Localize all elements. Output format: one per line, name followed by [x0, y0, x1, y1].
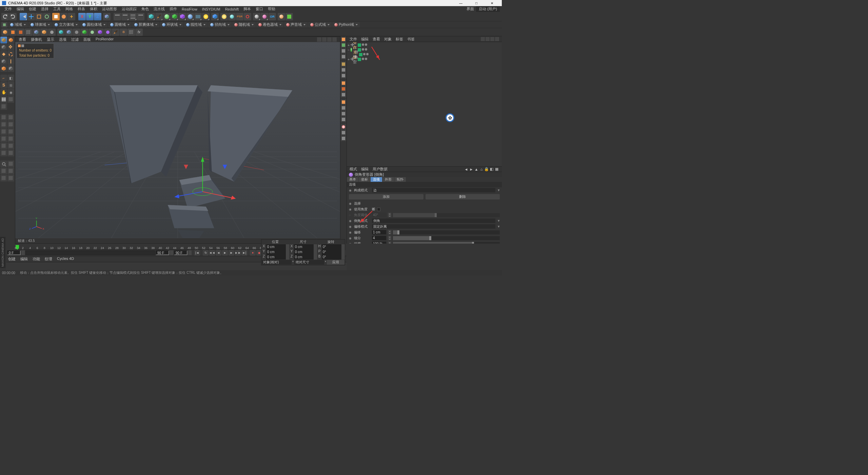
t3-7[interactable] — [48, 28, 56, 36]
t3-13[interactable] — [96, 28, 104, 36]
minimize-button[interactable]: — — [453, 0, 469, 6]
field-圆柱体域[interactable]: 圆柱体域 — [80, 22, 107, 27]
snap-b[interactable]: ◧ — [7, 75, 14, 81]
y-axis-lock[interactable]: Y — [86, 13, 94, 20]
rs-15[interactable] — [341, 124, 346, 130]
m1[interactable] — [0, 160, 7, 167]
coord-system[interactable] — [103, 13, 111, 20]
vp-menu-显示[interactable]: 显示 — [47, 37, 54, 42]
vp-menu-面板[interactable]: 面板 — [83, 37, 91, 42]
rs-4[interactable] — [341, 54, 346, 59]
vp-menu-过滤[interactable]: 过滤 — [71, 37, 79, 42]
spinner-subdiv[interactable]: ▴▾ — [388, 236, 391, 240]
keyframe-button[interactable] — [244, 13, 251, 20]
g12[interactable] — [7, 150, 14, 156]
step-fwd[interactable]: ► — [229, 250, 234, 256]
spinner-offset[interactable]: ▴▾ — [388, 230, 391, 234]
t3-12[interactable] — [88, 28, 96, 36]
end-frame-input[interactable] — [156, 250, 169, 255]
objmgr-menu-对象[interactable]: 对象 — [384, 37, 392, 42]
or-button[interactable]: OR — [269, 13, 276, 20]
end-frame-2[interactable] — [174, 250, 188, 255]
menu-样条[interactable]: 样条 — [75, 6, 87, 12]
scale-tool[interactable] — [35, 13, 43, 20]
obj-row-空白[interactable]: +空白 — [348, 43, 501, 48]
menu-创建[interactable]: 创建 — [26, 6, 39, 12]
volume-object[interactable] — [211, 13, 219, 20]
field-圆锥域[interactable]: 圆锥域 — [108, 22, 132, 27]
loop-toggle[interactable]: ↻ — [203, 250, 209, 256]
fields-icon-button[interactable] — [1, 22, 7, 27]
t3-17[interactable] — [127, 28, 135, 36]
m4[interactable] — [7, 168, 14, 174]
menu-运动跟踪[interactable]: 运动跟踪 — [119, 6, 139, 12]
menu-体积[interactable]: 体积 — [87, 6, 100, 12]
attr-tab-选项[interactable]: 选项 — [371, 177, 382, 182]
attr-layout[interactable]: ▦ — [494, 167, 499, 171]
obj-row-布尔克隆[interactable]: −布尔克隆 — [348, 48, 501, 52]
attr-tab-拓扑[interactable]: 拓扑 — [394, 177, 406, 182]
step-back[interactable]: ◄ — [216, 250, 221, 256]
obj-row-倒角[interactable]: 倒角 — [348, 52, 501, 57]
rs-2[interactable] — [341, 42, 346, 48]
generator-array[interactable] — [171, 13, 178, 20]
edge-sub[interactable] — [7, 58, 14, 65]
button-add[interactable]: 添加 — [349, 194, 423, 200]
rs-7[interactable] — [341, 73, 346, 78]
field-公式域[interactable]: 公式域 — [308, 22, 332, 27]
rs-10[interactable] — [341, 92, 346, 97]
dropdown-offset-mode[interactable]: 固定距离 — [372, 224, 495, 229]
mat-menu-编辑[interactable]: 编辑 — [20, 256, 28, 262]
poly-sub[interactable] — [7, 65, 14, 72]
primitive-cube[interactable] — [147, 13, 155, 20]
dropdown-bevel-mode[interactable]: 倒角 — [372, 218, 495, 223]
rs-14[interactable] — [341, 117, 346, 122]
menu-窗口[interactable]: 窗口 — [253, 6, 265, 12]
z-axis-lock[interactable]: Z — [94, 13, 101, 20]
attr-next[interactable]: ► — [469, 167, 474, 171]
field-域域[interactable]: 域域 — [8, 22, 28, 27]
menu-帮助[interactable]: 帮助 — [265, 6, 278, 12]
hand-sub[interactable]: ◉ — [7, 89, 14, 96]
layout-dropdown[interactable]: 启动 (用户) — [476, 6, 500, 12]
circle-button[interactable] — [60, 13, 67, 20]
attr-up[interactable]: ▲ — [474, 167, 479, 171]
attr-prev[interactable]: ◄ — [464, 167, 469, 171]
script-button[interactable] — [285, 13, 293, 20]
rs-11[interactable] — [341, 99, 346, 105]
input-subdiv[interactable] — [372, 236, 386, 240]
menu-编辑[interactable]: 编辑 — [14, 6, 26, 12]
rotate-tool[interactable] — [43, 13, 51, 20]
camera-object[interactable] — [194, 13, 202, 20]
render-pv[interactable] — [129, 13, 137, 20]
edge-mode[interactable] — [0, 58, 7, 65]
coord-mode-1[interactable]: 对象(相对) — [262, 260, 292, 265]
object-tree[interactable]: +空白−布尔克隆倒角+模型 ✿ — [347, 42, 502, 166]
t3-9[interactable] — [65, 28, 73, 36]
menu-RealFlow[interactable]: RealFlow — [179, 6, 200, 12]
close-button[interactable]: ✕ — [484, 0, 500, 6]
t3-10[interactable] — [73, 28, 80, 36]
t3-3[interactable] — [17, 28, 24, 36]
field-胶囊体域[interactable]: 胶囊体域 — [132, 22, 159, 27]
objmgr-close-icon[interactable] — [495, 37, 499, 41]
field-线性域[interactable]: 线性域 — [184, 22, 208, 27]
attr-home[interactable]: ⌂ — [479, 167, 484, 171]
hand-tool[interactable]: ✋ — [0, 89, 7, 96]
psr-button[interactable]: PSR — [236, 13, 243, 20]
t3-11[interactable] — [81, 28, 88, 36]
objmgr-menu-查看[interactable]: 查看 — [373, 37, 380, 42]
menu-角色[interactable]: 角色 — [139, 6, 151, 12]
attr-new[interactable]: ◧ — [489, 167, 494, 171]
attr-tab-基本[interactable]: 基本 — [347, 177, 359, 182]
sphere-preset[interactable] — [253, 13, 260, 20]
light-object[interactable] — [202, 13, 210, 20]
generator-nurbs[interactable] — [163, 13, 171, 20]
m6[interactable] — [7, 175, 14, 182]
tex-tool[interactable] — [0, 96, 7, 103]
material-preset[interactable] — [261, 13, 268, 20]
objmgr-path-icon[interactable] — [486, 37, 490, 41]
goto-end[interactable]: ►| — [241, 250, 247, 256]
vp-menu-选项[interactable]: 选项 — [59, 37, 66, 42]
t3-8[interactable] — [57, 28, 65, 36]
